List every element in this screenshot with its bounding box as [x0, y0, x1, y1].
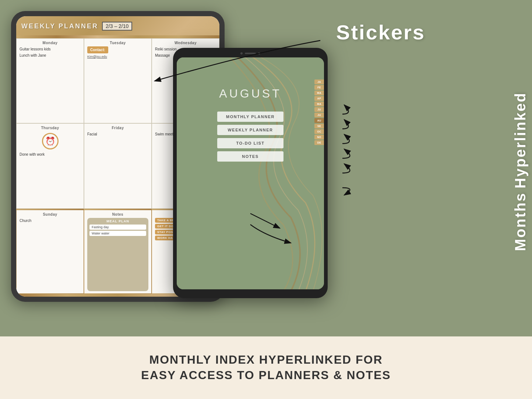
wednesday-label: Wednesday: [155, 41, 216, 45]
friday-label: Friday: [87, 126, 148, 130]
tablet-right: JA FE MA AP MA JU JU AU SE OC NO DE AUGU…: [173, 48, 328, 298]
camera-dot: [240, 52, 243, 54]
planner-title: WEEKLY PLANNER: [21, 22, 98, 30]
stickers-label: Stickers: [336, 20, 425, 44]
august-title: AUGUST: [182, 87, 318, 100]
nav-buttons-container: MONTHLY PLANNER WEEKLY PLANNER TO-DO LIS…: [182, 112, 318, 162]
monday-label: Monday: [20, 41, 81, 45]
sunday-label: Sunday: [20, 212, 81, 216]
monday-content: Guitar lessons kids Lunch with Jane: [20, 46, 81, 59]
nav-todo-list[interactable]: TO-DO LIST: [217, 138, 283, 148]
friday-item-1: Facial: [87, 131, 148, 137]
tuesday-label: Tuesday: [87, 41, 148, 45]
meal-plan-box: MEAL PLAN Fasting day Water water: [87, 218, 148, 291]
banner-line1: MONTHLY INDEX HYPERLINKED FOR: [149, 353, 383, 366]
monday-item-2: Lunch with Jane: [20, 53, 81, 58]
months-label: Months: [512, 192, 528, 251]
nav-weekly-planner[interactable]: WEEKLY PLANNER: [217, 125, 283, 135]
marble-strip-top: [16, 35, 219, 38]
thursday-label: Thursday: [20, 126, 81, 130]
bottom-banner: MONTHLY INDEX HYPERLINKED FOR EASY ACCES…: [0, 336, 532, 399]
meal-item-1: Fasting day: [89, 225, 146, 230]
tuesday-content: Contact: Kim@jsu.edu: [87, 46, 148, 60]
friday-cell: Friday Facial: [84, 123, 152, 208]
planner-header: WEEKLY PLANNER 2/3 – 2/10: [16, 16, 219, 35]
speaker-bar: [245, 53, 256, 54]
sunday-item-1: Church: [20, 218, 81, 223]
friday-content: Facial: [87, 131, 148, 138]
tablet-top-bar: [177, 52, 324, 54]
thursday-content: Done with work: [20, 152, 81, 158]
planner-date-range: 2/3 – 2/10: [102, 22, 132, 31]
meal-plan-title: MEAL PLAN: [89, 219, 146, 223]
banner-line2: EASY ACCESS TO PLANNERS & NOTES: [141, 368, 391, 382]
notes-meal-label: Notes: [87, 212, 148, 216]
thursday-item-1: Done with work: [20, 152, 81, 157]
banner-text: MONTHLY INDEX HYPERLINKED FOR EASY ACCES…: [141, 352, 391, 383]
tablet-right-screen: JA FE MA AP MA JU JU AU SE OC NO DE AUGU…: [177, 57, 324, 289]
sunday-cell: Sunday Church: [16, 209, 84, 294]
thursday-cell: Thursday ⏰ Done with work: [16, 123, 84, 208]
nav-notes[interactable]: NOTES: [217, 151, 283, 162]
contact-email: Kim@jsu.edu: [87, 54, 148, 60]
camera-dot-2: [258, 52, 260, 54]
right-screen-content: AUGUST MONTHLY PLANNER WEEKLY PLANNER TO…: [177, 57, 324, 289]
meal-item-2: Water water: [89, 231, 146, 236]
monday-item-1: Guitar lessons kids: [20, 46, 81, 52]
monday-cell: Monday Guitar lessons kids Lunch with Ja…: [16, 38, 84, 123]
nav-monthly-planner[interactable]: MONTHLY PLANNER: [217, 112, 283, 122]
hyperlinked-months-container: Hyperlinked Months: [512, 92, 528, 251]
tuesday-cell: Tuesday Contact: Kim@jsu.edu: [84, 38, 152, 123]
sunday-content: Church: [20, 218, 81, 224]
contact-sticker: Contact:: [87, 46, 108, 53]
alarm-icon: ⏰: [42, 133, 59, 149]
notes-meal-cell: Notes MEAL PLAN Fasting day Water water: [84, 209, 152, 294]
hyperlinked-label: Hyperlinked: [512, 92, 528, 188]
